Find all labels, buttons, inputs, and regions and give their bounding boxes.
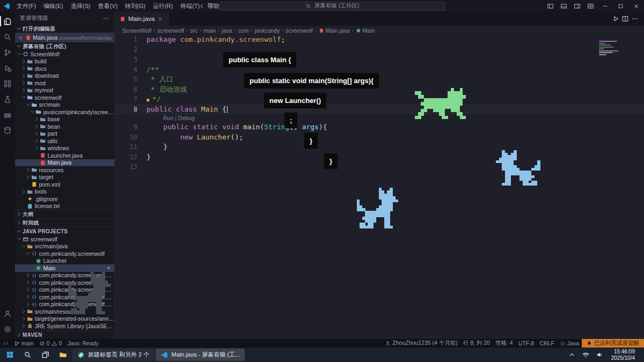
menu-item-0[interactable]: 文件(F) (13, 0, 40, 12)
section-timeline[interactable]: 时间线 (15, 218, 114, 227)
tree-item-launcher[interactable]: CLauncher (15, 257, 114, 265)
tree-item-main-java[interactable]: Main.java (15, 159, 114, 167)
code-line-10[interactable]: 10 new Launcher(); (115, 132, 644, 143)
section-workspace[interactable]: 屏幕有狼 (工作区) (15, 42, 114, 50)
tree-item-src-main[interactable]: src\main (15, 101, 114, 109)
taskbar-app-vscode[interactable]: Main.java - 屏幕有狼 (工... (156, 349, 245, 361)
activity-source-control[interactable] (0, 45, 15, 60)
taskbar-windows[interactable] (2, 349, 18, 361)
tree-item-launcher-java[interactable]: Launcher.java (15, 152, 114, 159)
tree-item-com-pinkcandy-screenwolf[interactable]: {}com.pinkcandy.screenwolf (15, 250, 114, 257)
layout-grid-toggle[interactable] (584, 0, 597, 12)
line-number[interactable]: 2 (115, 45, 147, 55)
tree-item-screenwolf[interactable]: ScreenWolf (15, 50, 114, 58)
layout-sidebar-right-toggle[interactable] (570, 0, 584, 12)
editor-action-play-outline[interactable] (612, 15, 619, 23)
code-line-5[interactable]: 5 * 入口 (115, 75, 644, 85)
tree-item-bean[interactable]: bean (15, 123, 114, 130)
line-number[interactable]: 12 (115, 152, 147, 162)
tree-item-java-com-pinkcandy-screenwolf[interactable]: java\com\pinkcandy\screenwolf (15, 108, 114, 116)
remote-indicator[interactable] (0, 339, 11, 348)
section-outline[interactable]: 大纲 (15, 210, 114, 218)
tree-item-screenwolf[interactable]: screenwolf (15, 94, 114, 101)
line-number[interactable]: 5 (115, 75, 147, 85)
tab-main-java[interactable]: Main.java (115, 12, 169, 26)
tree-item-part[interactable]: part (15, 130, 114, 138)
breadcrumb-main[interactable]: CMain (356, 27, 375, 34)
minimize-button[interactable] (597, 0, 613, 12)
line-number[interactable]: 13 (115, 162, 147, 172)
activity-settings[interactable] (0, 321, 15, 337)
tree-item-pom-xml[interactable]: pom.xml (15, 181, 114, 188)
tree-item-base[interactable]: base (15, 116, 114, 123)
tree-item-main[interactable]: CMain (15, 264, 114, 272)
tree-item-src-main-resources[interactable]: src/main/resources (15, 308, 114, 315)
indent-setting[interactable]: 空格: 4 (493, 339, 516, 348)
menu-item-3[interactable]: 查看(V) (94, 0, 121, 12)
tree-item-license-txt[interactable]: license.txt (15, 203, 114, 210)
activity-explorer[interactable] (0, 13, 15, 29)
tree-item-mymod[interactable]: mymod (15, 87, 114, 94)
activity-account[interactable] (0, 306, 15, 321)
codelens-run[interactable]: Run (163, 115, 173, 121)
taskbar-search[interactable] (19, 349, 35, 361)
breadcrumb-pinkcandy[interactable]: pinkcandy (254, 27, 280, 34)
tree-item-target[interactable]: target (15, 174, 114, 181)
code-line-13[interactable]: 13 (115, 162, 644, 172)
code-line-3[interactable]: 3 (115, 55, 644, 65)
tree-item-com-pinkcandy-screenwolf-utils[interactable]: {}com.pinkcandy.screenwolf.utils (15, 293, 114, 301)
tree-item-jre-system-library-javase-21[interactable]: JRE System Library [JavaSE-21] (15, 322, 114, 330)
code-editor[interactable]: 1package com.pinkcandy.screenwolf;234/**… (115, 35, 644, 339)
tree-item-docs[interactable]: docs (15, 65, 114, 72)
minimap[interactable] (599, 41, 624, 55)
tray-volume[interactable] (594, 349, 606, 361)
code-line-2[interactable]: 2 (115, 45, 644, 55)
nav-forward-icon[interactable] (208, 3, 215, 10)
tree-item-com-pinkcandy-screenwolf-bean[interactable]: {}com.pinkcandy.screenwolf.bean (15, 279, 114, 286)
breadcrumb-screenwolf[interactable]: screenwolf (157, 27, 184, 34)
taskbar-task-view[interactable] (37, 349, 53, 361)
problems-status[interactable]: 0 0 (36, 339, 65, 348)
line-number[interactable]: 10 (115, 132, 147, 143)
line-number[interactable] (115, 114, 147, 122)
tree-item-com-pinkcandy-screenwolf-part[interactable]: {}com.pinkcandy.screenwolf.part (15, 286, 114, 294)
activity-run-debug[interactable] (0, 60, 15, 76)
section-open-editors[interactable]: 打开的编辑器 (15, 25, 114, 33)
menu-item-4[interactable]: 转到(G) (121, 0, 149, 12)
line-number[interactable]: 6 (115, 85, 147, 95)
activity-testing[interactable] (0, 91, 15, 107)
activity-database[interactable] (0, 122, 15, 138)
menu-item-2[interactable]: 选择(S) (67, 0, 94, 12)
close-tab-icon[interactable] (157, 16, 163, 22)
tree-item-screenwolf[interactable]: screenwolf (15, 235, 114, 243)
taskbar-file-explorer[interactable] (55, 349, 71, 361)
tree-item-resources[interactable]: resources (15, 166, 114, 174)
win-close-button[interactable] (628, 0, 644, 12)
section-java-projects[interactable]: JAVA PROJECTS (15, 227, 114, 235)
eol-setting[interactable]: CRLF (537, 339, 557, 348)
tree-item-build[interactable]: build (15, 58, 114, 65)
activity-extensions[interactable] (0, 76, 15, 91)
breadcrumb-src[interactable]: src (190, 27, 197, 34)
line-number[interactable]: 4 (115, 65, 147, 75)
tray-chevron-up[interactable] (566, 349, 579, 361)
tree-item-com-pinkcandy-screenwolf-base[interactable]: {}com.pinkcandy.screenwolf.base (15, 272, 114, 279)
codelens-run-debug[interactable]: Run | Debug (115, 114, 644, 122)
open-editor-main-java[interactable]: Main.java screenwolf\src\main\java\com\.… (15, 33, 114, 42)
line-number[interactable]: 3 (115, 55, 147, 65)
editor-action-split[interactable] (621, 15, 629, 23)
tree-item-tools[interactable]: tools (15, 188, 114, 196)
editor-action-ellipsis[interactable] (631, 15, 639, 23)
line-number[interactable]: 7 (115, 94, 147, 105)
tree-item-src-main-java[interactable]: src/main/java (15, 243, 114, 250)
code-line-4[interactable]: 4/** (115, 65, 644, 75)
breadcrumb-main-java[interactable]: Main.java (319, 27, 350, 34)
code-line-11[interactable]: 11 } (115, 142, 644, 152)
tree-item-mod[interactable]: mod (15, 79, 114, 87)
tree-item-windows[interactable]: windows (15, 145, 114, 152)
tree-item-gitignore[interactable]: .gitignore (15, 195, 114, 203)
codelens-debug[interactable]: Debug (178, 115, 195, 121)
breadcrumb-java[interactable]: java (222, 27, 232, 34)
code-line-9[interactable]: 9 public static void main(String[] args)… (115, 122, 644, 132)
breadcrumb-screenwolf[interactable]: screenwolf (286, 27, 312, 34)
